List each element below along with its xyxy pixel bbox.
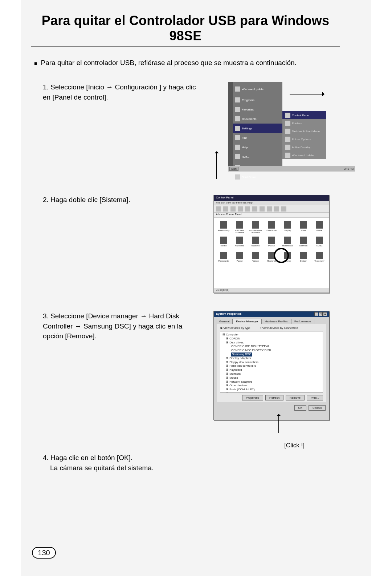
undo-icon[interactable] xyxy=(260,206,265,212)
up-icon[interactable] xyxy=(230,206,236,212)
remove-button[interactable]: Remove xyxy=(286,395,305,400)
window-menubar[interactable]: File Edit View Go Favorites Help xyxy=(214,201,329,205)
control-panel-item[interactable]: Multimedia xyxy=(281,237,294,248)
minimize-icon[interactable]: _ xyxy=(314,312,318,316)
tree-node[interactable]: ⊞ Hard disk controllers xyxy=(222,364,320,368)
cp-item-icon xyxy=(252,221,259,229)
tree-node[interactable]: ⊞ Disk drives xyxy=(222,341,320,345)
tab-general[interactable]: General xyxy=(216,319,233,324)
address-bar[interactable]: Address Control Panel xyxy=(214,213,329,218)
paste-icon[interactable] xyxy=(252,206,257,212)
tab-performance[interactable]: Performance xyxy=(291,319,314,324)
documents-icon xyxy=(235,116,240,121)
cp-item-label: Regional xyxy=(267,260,276,263)
submenu-item[interactable]: Taskbar & Start Menu... xyxy=(282,127,326,135)
tree-node[interactable]: ⊞ CDROM xyxy=(222,337,320,341)
control-panel-item[interactable]: Modems xyxy=(249,237,262,248)
control-panel-item[interactable]: Power xyxy=(233,252,246,263)
ok-button[interactable]: OK xyxy=(294,405,307,411)
system-properties-screenshot: System Properties _□× General Device Man… xyxy=(213,311,330,420)
programs-icon xyxy=(235,97,240,102)
close-icon[interactable]: × xyxy=(323,312,327,316)
properties-icon[interactable] xyxy=(274,206,279,212)
control-panel-item[interactable]: Fonts xyxy=(297,221,310,233)
submenu-item[interactable]: Printers xyxy=(282,119,326,127)
cp-item-label: Telephony xyxy=(314,260,324,263)
tree-node[interactable]: ⊞ Network adapters xyxy=(222,380,320,384)
tree-node[interactable]: ⊞ Floppy disk controllers xyxy=(222,360,320,364)
cp-item-label: Display xyxy=(284,229,291,233)
cp-item-icon xyxy=(252,252,259,259)
tree-node[interactable]: ⊞ Display adapters xyxy=(222,357,320,360)
submenu-item[interactable]: Windows Update... xyxy=(282,151,326,159)
print-button[interactable]: Print... xyxy=(307,395,323,400)
menu-item[interactable]: Documents xyxy=(233,114,282,124)
maximize-icon[interactable]: □ xyxy=(319,312,323,316)
control-panel-item[interactable]: Regional xyxy=(265,252,278,263)
globe-icon xyxy=(235,86,240,92)
menu-item[interactable]: Favorites xyxy=(233,105,282,114)
tree-node[interactable]: ⊞ Mouse xyxy=(222,376,320,380)
control-panel-item[interactable]: Printers xyxy=(249,252,262,263)
cp-item-label: Internet xyxy=(220,245,227,248)
tab-device-manager[interactable]: Device Manager xyxy=(233,319,261,324)
back-icon[interactable] xyxy=(216,206,221,212)
menu-item-settings[interactable]: Settings xyxy=(233,124,282,133)
menu-item[interactable]: Programs xyxy=(233,95,282,105)
control-panel-item[interactable]: Network xyxy=(297,237,310,248)
start-button[interactable]: Start xyxy=(229,167,238,171)
menu-item[interactable]: Find xyxy=(233,133,282,142)
delete-icon[interactable] xyxy=(267,206,272,212)
cut-icon[interactable] xyxy=(238,206,243,212)
control-panel-item[interactable]: Add/Remove Programs xyxy=(249,221,262,233)
control-panel-item[interactable]: Add New Hardware xyxy=(233,221,246,233)
tree-node[interactable]: ⊞ Ports (COM & LPT) xyxy=(222,388,320,392)
tree-node[interactable]: Samsung DSC xyxy=(222,353,320,357)
window-titlebar: System Properties _□× xyxy=(214,311,329,317)
step-4-text: 4. Haga clic en el botón [OK]. La cámara… xyxy=(43,453,199,473)
cp-item-icon xyxy=(220,221,227,229)
arrow-right-icon xyxy=(290,94,322,94)
refresh-button[interactable]: Refresh xyxy=(265,395,283,400)
control-panel-item[interactable]: ODBC xyxy=(313,237,326,248)
menu-item[interactable]: Help xyxy=(233,142,282,152)
cp-item-icon xyxy=(300,252,307,259)
control-panel-item[interactable]: Game xyxy=(313,221,326,233)
tree-node[interactable]: GENERIC IDE DISK TYPE47 xyxy=(222,345,320,349)
tree-node[interactable]: ⊞ Monitors xyxy=(222,372,320,376)
views-icon[interactable] xyxy=(281,206,286,212)
cancel-button[interactable]: Cancel xyxy=(309,405,326,411)
control-panel-item[interactable]: Telephony xyxy=(313,252,326,263)
tree-root[interactable]: ⊟ Computer xyxy=(222,333,320,337)
control-panel-item[interactable]: Display xyxy=(281,221,294,233)
submenu-item-controlpanel[interactable]: Control Panel xyxy=(282,111,326,119)
tree-node[interactable]: GENERIC NEC FLOPPY DISK xyxy=(222,349,320,353)
cp-item-icon xyxy=(284,221,291,229)
menu-item[interactable]: Run... xyxy=(233,152,282,161)
control-panel-item[interactable]: Internet xyxy=(217,237,230,248)
menu-item[interactable]: Windows Update xyxy=(233,84,282,94)
device-tree[interactable]: ⊟ Computer⊞ CDROM⊞ Disk drivesGENERIC ID… xyxy=(220,331,323,393)
tree-node[interactable]: ⊞ Keyboard xyxy=(222,368,320,372)
control-panel-item[interactable]: Accessibility xyxy=(217,221,230,233)
tree-node[interactable]: ⊞ Other devices xyxy=(222,384,320,388)
menu-item[interactable]: Shut Down... xyxy=(233,172,282,182)
copy-icon[interactable] xyxy=(245,206,250,212)
cp-item-icon xyxy=(220,237,227,244)
cp-item-icon xyxy=(236,221,243,229)
control-panel-item[interactable]: Date/Time xyxy=(265,221,278,233)
control-panel-item[interactable]: Passwords xyxy=(217,252,230,263)
control-panel-item[interactable]: Keyboard xyxy=(233,237,246,248)
tree-node[interactable]: ⊞ Sound, video and game controllers xyxy=(222,392,320,393)
properties-button[interactable]: Properties xyxy=(242,395,263,400)
control-panel-item[interactable]: System xyxy=(297,252,310,263)
submenu-item[interactable]: Active Desktop xyxy=(282,143,326,151)
step-1: 1. Seleccione [Inicio → Configuración ] … xyxy=(43,82,339,177)
radio-by-connection[interactable]: View devices by connection xyxy=(260,326,298,330)
control-panel-item[interactable]: Sounds xyxy=(281,252,294,263)
tab-hardware-profiles[interactable]: Hardware Profiles xyxy=(261,319,291,324)
control-panel-item[interactable]: Mouse xyxy=(265,237,278,248)
radio-by-type[interactable]: View devices by type xyxy=(220,326,250,330)
forward-icon[interactable] xyxy=(223,206,228,212)
submenu-item[interactable]: Folder Options... xyxy=(282,135,326,143)
